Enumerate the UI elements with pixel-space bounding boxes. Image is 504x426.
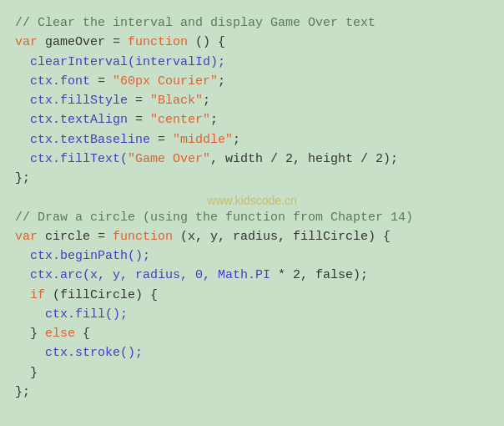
code-line-12: var circle = function (x, y, radius, fil… bbox=[15, 227, 489, 246]
code-line-19: } bbox=[15, 363, 489, 383]
code-line-8: ctx.fillText("Game Over", width / 2, hei… bbox=[15, 150, 489, 169]
code-line-9: }; bbox=[15, 169, 489, 188]
keyword-function: function bbox=[128, 35, 188, 49]
code-line-14: ctx.arc(x, y, radius, 0, Math.PI * 2, fa… bbox=[15, 266, 489, 285]
code-line-17: } else { bbox=[15, 324, 489, 343]
code-line-7: ctx.textBaseline = "middle"; bbox=[15, 130, 489, 150]
code-line-16: ctx.fill(); bbox=[15, 305, 489, 324]
code-line-4: ctx.font = "60px Courier"; bbox=[15, 72, 489, 91]
code-line-6: ctx.textAlign = "center"; bbox=[15, 110, 489, 129]
keyword-var: var bbox=[15, 35, 38, 49]
code-line-20: }; bbox=[15, 383, 489, 402]
code-line-3: clearInterval(intervalId); bbox=[15, 53, 489, 72]
code-line-5: ctx.fillStyle = "Black"; bbox=[15, 91, 489, 110]
code-line-13: ctx.beginPath(); bbox=[15, 246, 489, 266]
code-editor: // Clear the interval and display Game O… bbox=[0, 0, 504, 426]
code-line-15: if (fillCircle) { bbox=[15, 286, 489, 305]
code-line-1: // Clear the interval and display Game O… bbox=[15, 13, 489, 33]
code-line-11: // Draw a circle (using the function fro… bbox=[15, 208, 489, 227]
code-line-2: var gameOver = function () { bbox=[15, 33, 489, 52]
code-line-10 bbox=[15, 188, 489, 207]
code-line-18: ctx.stroke(); bbox=[15, 343, 489, 363]
